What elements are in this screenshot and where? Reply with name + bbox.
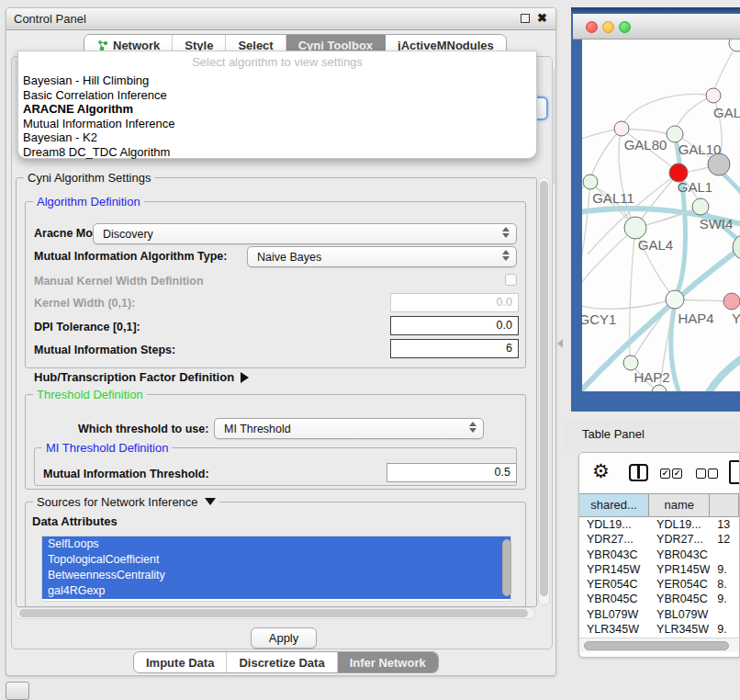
hub-definition-toggle[interactable]: Hub/Transcription Factor Definition <box>34 370 249 384</box>
network-node-y[interactable] <box>723 293 740 310</box>
cyni-algorithm-settings-title: Cyni Algorithm Settings <box>24 171 154 185</box>
control-panel-title: Control Panel <box>14 12 86 26</box>
node-label: GAL10 <box>678 141 722 157</box>
float-window-icon[interactable] <box>521 14 530 23</box>
network-node[interactable] <box>652 385 667 391</box>
close-window-icon[interactable] <box>586 21 598 33</box>
spinner-arrows-icon <box>502 227 510 238</box>
table-horizontal-scrollbar[interactable] <box>579 638 740 652</box>
network-node[interactable] <box>729 40 740 51</box>
data-attribute-item[interactable]: SelfLoops <box>42 536 510 552</box>
table-row[interactable]: YDL19...YDL19...13 <box>579 517 739 532</box>
table-hscroll-thumb[interactable] <box>584 641 729 650</box>
vertical-scroll-thumb[interactable] <box>540 181 548 596</box>
bottom-corner-button[interactable] <box>6 682 29 700</box>
mi-algorithm-type-select[interactable]: Naive Bayes <box>247 246 517 267</box>
settings-gear-icon[interactable]: ⚙ <box>592 460 610 482</box>
minimize-window-icon[interactable] <box>602 21 614 33</box>
table-cell: YBL079W <box>649 607 710 622</box>
network-node-gal[interactable] <box>706 88 721 103</box>
mi-steps-label: Mutual Information Steps: <box>34 344 175 356</box>
collapsed-arrow-icon <box>241 372 249 383</box>
network-window-titlebar[interactable] <box>573 14 740 40</box>
panel-splitter-handle[interactable] <box>557 339 563 348</box>
hub-definition-label: Hub/Transcription Factor Definition <box>34 370 234 384</box>
unselect-all-checkbox-icon[interactable] <box>708 469 718 479</box>
network-node-hap4[interactable] <box>666 290 684 309</box>
show-columns-icon[interactable] <box>629 464 648 481</box>
table-row[interactable]: YER054CYER054C8. <box>579 577 739 592</box>
unselect-all-checkbox-icon[interactable] <box>696 469 706 479</box>
table-row[interactable]: YLR345WYLR345W9. <box>579 622 739 637</box>
mi-threshold-field[interactable]: 0.5 <box>387 463 517 482</box>
network-canvas[interactable]: GALGAL80GAL10GAL11GAL1SWI4GAL4GCY1HAP4YH… <box>582 40 740 391</box>
kernel-width-field[interactable]: 0.0 <box>390 293 519 312</box>
node-label: SWI4 <box>700 216 734 231</box>
data-attribute-item[interactable]: TopologicalCoefficient <box>42 552 510 568</box>
column-header-shared...[interactable]: shared... <box>579 494 649 516</box>
network-node-gal1[interactable] <box>692 198 709 215</box>
node-label: GAL <box>713 105 740 120</box>
column-header-name[interactable]: name <box>649 494 710 516</box>
table-row[interactable]: YBL079WYBL079W <box>579 607 739 622</box>
table-cell: YLR345W <box>649 622 710 637</box>
sources-group-toggle[interactable]: Sources for Network Inference <box>33 495 219 509</box>
sources-group-title: Sources for Network Inference <box>37 495 198 509</box>
table-cell: YER054C <box>649 577 710 592</box>
new-table-icon[interactable] <box>729 460 740 484</box>
algorithm-option[interactable]: Basic Correlation Inference <box>18 88 536 103</box>
network-graph[interactable]: GALGAL80GAL10GAL11GAL1SWI4GAL4GCY1HAP4YH… <box>582 40 740 391</box>
mi-algorithm-type-label: Mutual Information Algorithm Type: <box>34 250 227 263</box>
network-window-frame-top <box>571 7 740 14</box>
algorithm-options-list: Bayesian - Hill ClimbingBasic Correlatio… <box>18 73 536 159</box>
apply-button[interactable]: Apply <box>251 627 317 649</box>
bottom-tab-impute-data[interactable]: Impute Data <box>134 652 227 672</box>
table-panel-titlebar: Table Panel <box>564 419 740 448</box>
node-label: HAP4 <box>678 310 713 326</box>
close-panel-icon[interactable]: ✖ <box>537 11 547 25</box>
table-body: YDL19...YDL19...13YDR27...YDR27...12YBR0… <box>579 517 739 657</box>
table-row[interactable]: YDR27...YDR27...12 <box>579 532 739 547</box>
algorithm-option[interactable]: Mutual Information Inference <box>18 117 536 131</box>
threshold-definition-title: Threshold Definition <box>33 388 147 401</box>
data-attribute-item[interactable]: BetweennessCentrality <box>42 568 510 583</box>
table-row[interactable]: YBR045CYBR045C9. <box>579 592 739 606</box>
table-panel-window: ⚙ ✓ ✓ shared...name YDL19...YDL19...13YD… <box>578 452 740 658</box>
network-node-hap2[interactable] <box>623 356 638 370</box>
which-threshold-select[interactable]: MI Threshold <box>214 418 484 439</box>
dpi-tolerance-field[interactable]: 0.0 <box>390 316 519 335</box>
kernel-width-label: Kernel Width (0,1): <box>34 297 135 310</box>
algorithm-option[interactable]: ARACNE Algorithm <box>18 102 536 117</box>
network-node-gal11[interactable] <box>583 175 598 189</box>
table-cell: YDL19... <box>579 517 649 532</box>
zoom-window-icon[interactable] <box>619 21 631 33</box>
select-all-checkbox-icon[interactable]: ✓ <box>672 469 682 479</box>
network-node-gal4[interactable] <box>624 217 646 239</box>
algorithm-option[interactable]: Bayesian - K2 <box>18 130 536 145</box>
table-row[interactable]: YPR145WYPR145W9. <box>579 562 739 577</box>
manual-kernel-width-checkbox[interactable] <box>505 274 517 286</box>
data-attribute-item[interactable]: gal4RGexp <box>42 583 510 599</box>
bottom-tab-discretize-data[interactable]: Discretize Data <box>227 652 337 672</box>
bottom-tab-label: Infer Network <box>350 656 426 670</box>
node-label: GCY1 <box>582 311 616 327</box>
attribute-list-scrollbar[interactable] <box>502 539 511 596</box>
settings-vertical-scrollbar[interactable] <box>538 177 550 605</box>
horizontal-scroll-thumb[interactable] <box>19 609 528 617</box>
select-all-checkbox-icon[interactable]: ✓ <box>660 469 670 479</box>
mi-steps-field[interactable]: 6 <box>390 339 519 358</box>
table-row[interactable]: YBR043CYBR043C <box>579 548 739 562</box>
aracne-mode-select[interactable]: Discovery <box>93 223 517 244</box>
network-node-gal80[interactable] <box>614 121 629 136</box>
data-attributes-list[interactable]: SelfLoopsTopologicalCoefficientBetweenne… <box>41 536 511 602</box>
algorithm-option[interactable]: Dream8 DC_TDC Algorithm <box>18 145 536 160</box>
algorithm-option[interactable]: Bayesian - Hill Climbing <box>18 73 536 88</box>
thick-edges <box>582 144 740 391</box>
network-node-gal10[interactable] <box>667 126 683 142</box>
bottom-tab-infer-network[interactable]: Infer Network <box>338 652 438 672</box>
settings-horizontal-scrollbar[interactable] <box>16 607 535 619</box>
node-label: HAP2 <box>633 369 669 385</box>
table-header-row: shared...name <box>579 493 739 517</box>
bottom-tab-label: Impute Data <box>146 656 214 670</box>
column-header-cut[interactable] <box>710 494 739 516</box>
